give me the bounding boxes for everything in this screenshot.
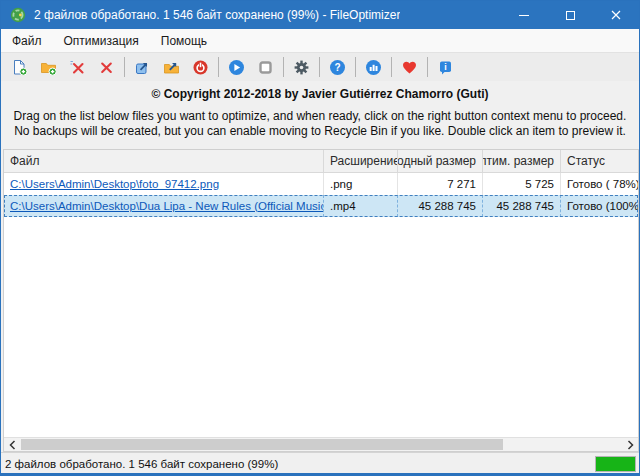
close-button[interactable]: [593, 1, 639, 29]
scroll-left-button[interactable]: [4, 438, 20, 451]
open-folder-icon: [163, 59, 180, 76]
help-icon: ?: [329, 59, 346, 76]
optimize-all-button[interactable]: [222, 54, 251, 80]
add-file-icon: [11, 59, 28, 76]
stop-button[interactable]: [251, 54, 280, 80]
about-button[interactable]: i: [431, 54, 460, 80]
progress-bar: [595, 456, 636, 472]
file-list: Файл Расширение Исходный размер Оптим. р…: [3, 149, 639, 452]
toolbar-separator: [391, 57, 392, 77]
file-path-cell[interactable]: C:\Users\Admin\Desktop\foto_97412.png: [4, 173, 324, 195]
add-folder-icon: [40, 59, 57, 76]
menu-file[interactable]: Файл: [1, 29, 53, 52]
toolbar-separator: [218, 57, 219, 77]
clear-list-button[interactable]: [92, 54, 121, 80]
power-icon: [192, 59, 209, 76]
run-file-button[interactable]: [128, 54, 157, 80]
column-header-original-size[interactable]: Исходный размер: [398, 150, 483, 172]
scroll-right-button[interactable]: [622, 438, 638, 451]
clear-list-icon: [98, 59, 115, 76]
empty-list-area: [4, 217, 638, 437]
original-size-cell: 45 288 745: [398, 195, 483, 217]
file-path-cell[interactable]: C:\Users\Admin\Desktop\Dua Lipa - New Ru…: [4, 195, 324, 217]
original-size-cell: 7 271: [398, 173, 483, 195]
toolbar-separator: [124, 57, 125, 77]
scrollbar-thumb[interactable]: [21, 439, 503, 450]
exit-button[interactable]: [186, 54, 215, 80]
list-header: Файл Расширение Исходный размер Оптим. р…: [4, 150, 638, 173]
menu-optimization[interactable]: Оптимизация: [53, 29, 150, 52]
remove-entry-button[interactable]: [63, 54, 92, 80]
log-button[interactable]: [359, 54, 388, 80]
status-cell: Готово (100%): [561, 195, 638, 217]
file-path-link[interactable]: C:\Users\Admin\Desktop\foto_97412.png: [10, 178, 219, 190]
extension-cell: .png: [324, 173, 398, 195]
fileoptimizer-window: 2 файлов обработано. 1 546 байт сохранен…: [0, 0, 640, 476]
progress-fill: [596, 457, 635, 471]
column-header-file[interactable]: Файл: [4, 150, 324, 172]
status-bar: 2 файлов обработано. 1 546 байт сохранен…: [1, 452, 639, 475]
minimize-button[interactable]: [501, 1, 547, 29]
remove-entry-icon: [69, 59, 86, 76]
info-icon: i: [437, 59, 454, 76]
column-header-extension[interactable]: Расширение: [324, 150, 398, 172]
maximize-icon: [566, 11, 575, 20]
options-button[interactable]: [287, 54, 316, 80]
maximize-button[interactable]: [547, 1, 593, 29]
menu-help[interactable]: Помощь: [150, 29, 218, 52]
optimized-size-cell: 45 288 745: [483, 195, 561, 217]
table-row-selected[interactable]: C:\Users\Admin\Desktop\Dua Lipa - New Ru…: [4, 195, 638, 217]
instructions-text: Drag on the list below files you want to…: [9, 109, 631, 139]
minimize-icon: [519, 15, 529, 16]
table-row[interactable]: C:\Users\Admin\Desktop\foto_97412.png .p…: [4, 173, 638, 195]
file-path-link[interactable]: C:\Users\Admin\Desktop\Dua Lipa - New Ru…: [10, 200, 324, 212]
add-folder-button[interactable]: [34, 54, 63, 80]
toolbar-separator: [355, 57, 356, 77]
status-cell: Готово ( 78%).: [561, 173, 638, 195]
chevron-left-icon: [9, 440, 16, 450]
status-text: 2 файлов обработано. 1 546 байт сохранен…: [5, 458, 278, 470]
heart-icon: [401, 59, 418, 76]
add-files-button[interactable]: [5, 54, 34, 80]
help-button[interactable]: ?: [323, 54, 352, 80]
play-icon: [228, 59, 245, 76]
column-header-status[interactable]: Статус: [561, 150, 638, 172]
column-header-optimized-size[interactable]: Оптим. размер: [483, 150, 561, 172]
donate-button[interactable]: [395, 54, 424, 80]
toolbar: ? i: [1, 53, 639, 81]
toolbar-separator: [283, 57, 284, 77]
horizontal-scrollbar[interactable]: [4, 437, 638, 451]
run-file-icon: [134, 59, 151, 76]
copyright-text: © Copyright 2012-2018 by Javier Gutiérre…: [1, 87, 639, 101]
gear-icon: [293, 59, 310, 76]
chevron-right-icon: [627, 440, 634, 450]
toolbar-separator: [319, 57, 320, 77]
bar-chart-icon: [365, 59, 382, 76]
title-bar[interactable]: 2 файлов обработано. 1 546 байт сохранен…: [1, 1, 639, 29]
open-containing-folder-button[interactable]: [157, 54, 186, 80]
toolbar-separator: [427, 57, 428, 77]
extension-cell: .mp4: [324, 195, 398, 217]
app-icon: [10, 7, 26, 23]
window-title: 2 файлов обработано. 1 546 байт сохранен…: [34, 8, 400, 22]
optimized-size-cell: 5 725: [483, 173, 561, 195]
menu-bar: Файл Оптимизация Помощь: [1, 29, 639, 53]
window-border: [1, 473, 639, 475]
svg-text:?: ?: [334, 62, 340, 73]
svg-text:i: i: [444, 62, 447, 72]
close-icon: [611, 10, 621, 20]
caption-buttons: [501, 1, 639, 29]
stop-icon: [257, 59, 274, 76]
